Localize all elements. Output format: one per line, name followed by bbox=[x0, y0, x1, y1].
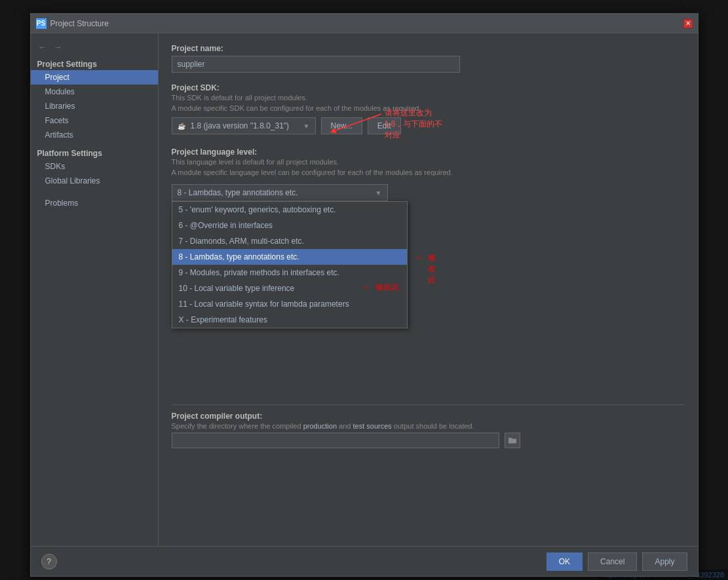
lang-option-5[interactable]: 5 - 'enum' keyword, generics, autoboxing… bbox=[172, 202, 407, 218]
lang8-annotation: 修改此 bbox=[428, 252, 436, 286]
lang10-arrow: ← bbox=[362, 282, 372, 292]
lang-option-x[interactable]: X - Experimental features bbox=[172, 312, 407, 328]
browse-folder-button[interactable] bbox=[505, 433, 520, 448]
forward-arrow[interactable]: → bbox=[52, 41, 65, 53]
lang-level-dropdown[interactable]: 8 - Lambdas, type annotations etc. ▼ bbox=[172, 184, 388, 201]
sdk-desc2: A module specific SDK can be configured … bbox=[172, 104, 685, 112]
sidebar-item-libraries[interactable]: Libraries bbox=[31, 99, 158, 113]
title-bar-text: Project Structure bbox=[50, 19, 683, 28]
new-sdk-button[interactable]: New... bbox=[321, 117, 362, 134]
sdk-dropdown-arrow: ▼ bbox=[303, 123, 310, 130]
compiler-output-label: Project compiler output: bbox=[172, 412, 685, 421]
sdk-desc1: This SDK is default for all project modu… bbox=[172, 94, 685, 102]
title-bar: PS Project Structure ✕ bbox=[31, 14, 698, 33]
lang-option-11[interactable]: 11 - Local variable syntax for lambda pa… bbox=[172, 296, 407, 312]
lang-level-desc1: This language level is default for all p… bbox=[172, 158, 685, 166]
sdk-section: Project SDK: This SDK is default for all… bbox=[172, 83, 685, 134]
compiler-output-desc: Specify the directory where the compiled… bbox=[172, 422, 685, 430]
lang-dropdown-arrow: ▼ bbox=[375, 189, 382, 197]
help-button[interactable]: ? bbox=[41, 554, 57, 570]
folder-icon bbox=[508, 436, 517, 444]
lang-option-8[interactable]: 8 - Lambdas, type annotations etc. ← 修改此 bbox=[172, 249, 407, 265]
project-name-input[interactable] bbox=[172, 56, 460, 73]
dialog-body: ← → Project Settings Project Modules Lib… bbox=[31, 33, 698, 546]
close-button[interactable]: ✕ bbox=[683, 19, 693, 28]
lang-level-desc2: A module specific language level can be … bbox=[172, 168, 685, 176]
sdk-icon: ☕ bbox=[178, 123, 185, 130]
edit-sdk-button[interactable]: Edit bbox=[368, 117, 401, 134]
dialog-footer: ? OK Cancel Apply bbox=[31, 546, 698, 576]
apply-button[interactable]: Apply bbox=[642, 552, 687, 571]
ok-button[interactable]: OK bbox=[546, 552, 583, 571]
language-section: Project language level: This language le… bbox=[172, 147, 685, 201]
main-content: Project name: Project SDK: This SDK is d… bbox=[159, 33, 698, 546]
lang-option-9[interactable]: 9 - Modules, private methods in interfac… bbox=[172, 265, 407, 280]
project-name-label: Project name: bbox=[172, 44, 685, 53]
lang-level-dropdown-list: 5 - 'enum' keyword, generics, autoboxing… bbox=[172, 201, 408, 328]
sidebar-item-global-libraries[interactable]: Global Libraries bbox=[31, 174, 158, 188]
dialog-overlay: PS Project Structure ✕ ← → Project Setti… bbox=[0, 0, 728, 580]
platform-settings-section: Platform Settings bbox=[31, 142, 158, 159]
dialog-icon: PS bbox=[36, 18, 47, 29]
lang-level-value: 8 - Lambdas, type annotations etc. bbox=[178, 188, 298, 197]
project-settings-section: Project Settings bbox=[31, 56, 158, 70]
path-row bbox=[172, 433, 685, 448]
sidebar-item-facets[interactable]: Facets bbox=[31, 113, 158, 128]
sidebar-item-sdks[interactable]: SDKs bbox=[31, 159, 158, 174]
sidebar-item-modules[interactable]: Modules bbox=[31, 85, 158, 99]
output-path-input[interactable] bbox=[172, 433, 499, 448]
lang-option-7[interactable]: 7 - Diamonds, ARM, multi-catch etc. bbox=[172, 233, 407, 249]
project-structure-dialog: PS Project Structure ✕ ← → Project Setti… bbox=[30, 13, 699, 577]
sidebar: ← → Project Settings Project Modules Lib… bbox=[31, 33, 159, 546]
lang-option-10[interactable]: 10 - Local variable type inference ← 修改此 bbox=[172, 280, 407, 296]
sdk-value: 1.8 (java version "1.8.0_31") bbox=[191, 121, 290, 130]
lang-option-6[interactable]: 6 - @Override in interfaces bbox=[172, 218, 407, 233]
compiler-output-section: Project compiler output: Specify the dir… bbox=[172, 404, 685, 455]
back-arrow[interactable]: ← bbox=[36, 41, 49, 53]
sidebar-nav: ← → bbox=[31, 39, 158, 56]
lang8-arrow: ← bbox=[415, 252, 424, 263]
lang-dropdown-wrapper: 8 - Lambdas, type annotations etc. ▼ 5 -… bbox=[172, 184, 388, 201]
cancel-button[interactable]: Cancel bbox=[588, 552, 637, 571]
sidebar-item-project[interactable]: Project bbox=[31, 70, 158, 85]
sidebar-item-problems[interactable]: Problems bbox=[31, 196, 158, 210]
sdk-dropdown[interactable]: ☕ 1.8 (java version "1.8.0_31") ▼ bbox=[172, 117, 316, 134]
lang-level-title: Project language level: bbox=[172, 147, 685, 157]
sdk-title: Project SDK: bbox=[172, 83, 685, 92]
lang10-annotation: 修改此 bbox=[375, 282, 399, 293]
sidebar-item-artifacts[interactable]: Artifacts bbox=[31, 128, 158, 142]
sdk-row: ☕ 1.8 (java version "1.8.0_31") ▼ New...… bbox=[172, 117, 685, 134]
